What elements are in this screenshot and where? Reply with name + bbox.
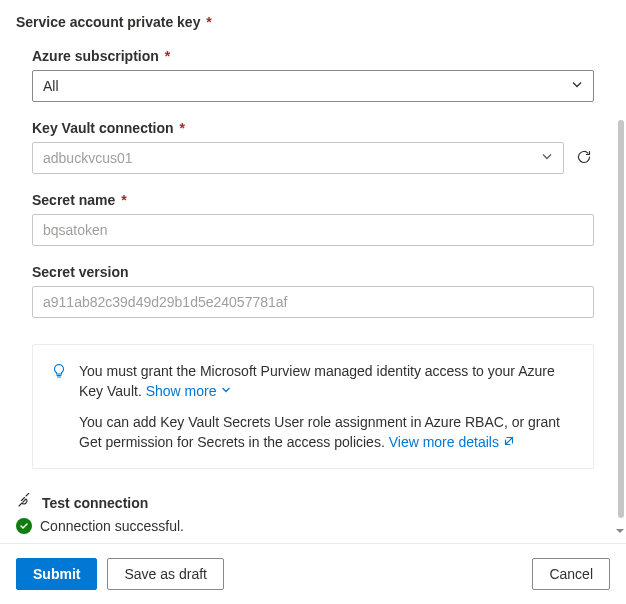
secret-version-input[interactable] [32, 286, 594, 318]
info-box: You must grant the Microsoft Purview man… [32, 344, 594, 469]
submit-button[interactable]: Submit [16, 558, 97, 590]
secret-name-label-text: Secret name [32, 192, 115, 208]
footer: Submit Save as draft Cancel [0, 543, 626, 604]
secret-name-input[interactable] [32, 214, 594, 246]
azure-subscription-label: Azure subscription * [32, 48, 594, 64]
section-title: Service account private key * [16, 14, 610, 30]
scroll-down-arrow[interactable] [614, 524, 626, 540]
refresh-icon [576, 149, 592, 168]
required-marker: * [206, 14, 211, 30]
test-connection-row[interactable]: Test connection [16, 493, 610, 512]
show-more-link[interactable]: Show more [146, 381, 233, 401]
required-marker: * [165, 48, 170, 64]
scrollbar[interactable] [618, 120, 624, 518]
cancel-button[interactable]: Cancel [532, 558, 610, 590]
required-marker: * [121, 192, 126, 208]
success-icon [16, 518, 32, 534]
secret-version-label-text: Secret version [32, 264, 129, 280]
show-more-text: Show more [146, 381, 217, 401]
secret-name-label: Secret name * [32, 192, 594, 208]
lightbulb-icon [51, 363, 67, 452]
refresh-button[interactable] [574, 148, 594, 168]
key-vault-connection-label: Key Vault connection * [32, 120, 594, 136]
plug-icon [16, 493, 32, 512]
azure-subscription-select[interactable] [32, 70, 594, 102]
key-vault-connection-label-text: Key Vault connection [32, 120, 174, 136]
save-draft-button[interactable]: Save as draft [107, 558, 224, 590]
azure-subscription-label-text: Azure subscription [32, 48, 159, 64]
external-link-icon [503, 432, 515, 452]
test-connection-label: Test connection [42, 495, 148, 511]
view-more-text: View more details [389, 432, 499, 452]
key-vault-connection-select[interactable] [32, 142, 564, 174]
section-title-text: Service account private key [16, 14, 200, 30]
required-marker: * [179, 120, 184, 136]
chevron-down-icon [220, 381, 232, 401]
view-more-details-link[interactable]: View more details [389, 432, 515, 452]
secret-version-label: Secret version [32, 264, 594, 280]
connection-status-text: Connection successful. [40, 518, 184, 534]
